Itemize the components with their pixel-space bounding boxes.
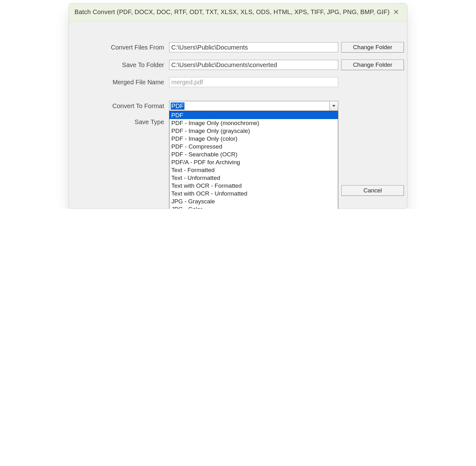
change-folder-from-button[interactable]: Change Folder bbox=[341, 42, 404, 53]
format-option[interactable]: JPG - Color bbox=[169, 205, 338, 209]
format-option[interactable]: PDF/A - PDF for Archiving bbox=[169, 158, 338, 166]
format-selected-value: PDF bbox=[169, 101, 329, 111]
row-merged-name: Merged File Name bbox=[75, 77, 401, 87]
close-button[interactable] bbox=[391, 7, 401, 17]
format-option[interactable]: PDF - Searchable (OCR) bbox=[169, 150, 338, 158]
dialog-body: Convert Files From Change Folder Save To… bbox=[69, 21, 407, 208]
format-option[interactable]: PDF - Compressed bbox=[169, 143, 338, 150]
format-selected-text: PDF bbox=[171, 102, 184, 110]
window-title: Batch Convert (PDF, DOCX, DOC, RTF, ODT,… bbox=[75, 8, 390, 16]
row-convert-from: Convert Files From Change Folder bbox=[75, 42, 401, 53]
merged-name-input bbox=[169, 77, 338, 87]
format-dropdown[interactable]: PDFPDF - Image Only (monochrome)PDF - Im… bbox=[169, 111, 338, 209]
row-save-to: Save To Folder Change Folder bbox=[75, 60, 401, 70]
label-save-type: Save Type bbox=[75, 118, 166, 126]
format-option[interactable]: Text with OCR - Unformatted bbox=[169, 190, 338, 197]
format-option[interactable]: JPG - Grayscale bbox=[169, 197, 338, 205]
close-icon bbox=[394, 9, 399, 14]
format-option[interactable]: PDF - Image Only (grayscale) bbox=[169, 127, 338, 135]
label-merged-name: Merged File Name bbox=[75, 79, 166, 86]
format-option[interactable]: Text with OCR - Formatted bbox=[169, 182, 338, 190]
label-convert-from: Convert Files From bbox=[75, 44, 166, 51]
label-convert-to-format: Convert To Format bbox=[75, 102, 166, 110]
change-folder-to-button[interactable]: Change Folder bbox=[341, 60, 404, 70]
format-combobox[interactable]: PDF bbox=[169, 101, 338, 111]
row-convert-to-format: Convert To Format PDF PDFPDF - Image Onl… bbox=[75, 101, 401, 111]
format-option[interactable]: Text - Formatted bbox=[169, 166, 338, 174]
titlebar: Batch Convert (PDF, DOCX, DOC, RTF, ODT,… bbox=[69, 3, 407, 21]
save-to-input[interactable] bbox=[169, 60, 338, 70]
label-save-to: Save To Folder bbox=[75, 61, 166, 69]
combo-arrow[interactable] bbox=[329, 101, 338, 111]
chevron-down-icon bbox=[332, 105, 335, 107]
format-option[interactable]: Text - Unformatted bbox=[169, 174, 338, 182]
format-option[interactable]: PDF bbox=[169, 111, 338, 119]
batch-convert-dialog: Batch Convert (PDF, DOCX, DOC, RTF, ODT,… bbox=[69, 3, 407, 209]
cancel-button[interactable]: Cancel bbox=[341, 185, 404, 196]
format-option[interactable]: PDF - Image Only (color) bbox=[169, 135, 338, 143]
convert-from-input[interactable] bbox=[169, 42, 338, 52]
format-option[interactable]: PDF - Image Only (monochrome) bbox=[169, 119, 338, 127]
format-combo-wrap: PDF PDFPDF - Image Only (monochrome)PDF … bbox=[169, 101, 338, 111]
